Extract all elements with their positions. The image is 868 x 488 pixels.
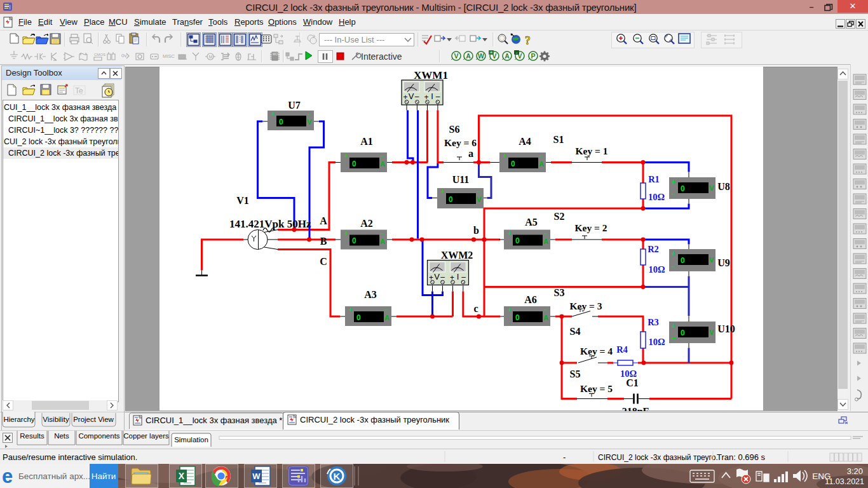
svg-text:XWM1: XWM1 — [414, 69, 448, 81]
svg-text:c: c — [473, 303, 478, 314]
svg-text:10Ω: 10Ω — [648, 264, 665, 274]
svg-text:S6: S6 — [449, 124, 460, 135]
svg-text:V: V — [434, 272, 440, 281]
svg-text:Te: Te — [75, 86, 83, 95]
svg-text:S1: S1 — [553, 134, 564, 145]
svg-text:CIRCUI_2 lock -3х фазный треуг: CIRCUI_2 lock -3х фазный треугольник — [300, 415, 449, 424]
svg-text:-: - — [516, 50, 518, 55]
svg-text:–: – — [461, 273, 466, 281]
svg-text:Key = 5: Key = 5 — [580, 383, 613, 394]
svg-text:A1: A1 — [360, 136, 373, 147]
svg-text:11.03.2021: 11.03.2021 — [825, 477, 864, 486]
svg-text:+: + — [344, 230, 348, 237]
svg-text:A4: A4 — [519, 136, 531, 147]
svg-text:+: + — [441, 188, 445, 195]
svg-text:R4: R4 — [616, 344, 628, 355]
svg-text:U8: U8 — [717, 181, 730, 192]
svg-text:S4: S4 — [570, 326, 581, 337]
svg-text:V: V — [709, 256, 714, 264]
svg-text:MISC: MISC — [163, 53, 175, 59]
svg-text:B: B — [320, 236, 327, 247]
svg-text:Key = 4: Key = 4 — [580, 346, 613, 356]
svg-text:–: – — [543, 228, 548, 238]
svg-text:+: + — [508, 230, 512, 237]
svg-text:A: A — [543, 314, 548, 322]
svg-text:A: A — [539, 160, 544, 168]
svg-text:–: – — [477, 186, 481, 196]
svg-text:K: K — [334, 471, 341, 482]
svg-text:V: V — [709, 184, 714, 192]
svg-text:U11: U11 — [452, 174, 470, 185]
svg-text:–: – — [671, 333, 675, 342]
svg-text:W: W — [252, 471, 261, 481]
svg-text:MCU: MCU — [273, 52, 280, 56]
svg-text:+: + — [508, 306, 512, 313]
svg-text:+: + — [672, 178, 675, 186]
svg-text:R1: R1 — [648, 174, 660, 184]
svg-text:–: – — [440, 273, 445, 281]
svg-text:+: + — [271, 111, 275, 118]
svg-text:S2: S2 — [554, 211, 565, 222]
svg-text:b: b — [473, 225, 479, 236]
svg-text:0: 0 — [681, 256, 685, 265]
svg-text:A: A — [384, 314, 390, 322]
svg-text:CIRCUI_1__lock 3х фазная звезд: CIRCUI_1__lock 3х фазная звезда * — [146, 416, 282, 425]
svg-text:0: 0 — [352, 159, 356, 168]
svg-text:0: 0 — [352, 236, 356, 245]
svg-text:A: A — [466, 52, 471, 60]
svg-text:141.421Vpk 50Hz: 141.421Vpk 50Hz — [229, 218, 311, 230]
svg-text:V: V — [709, 329, 714, 336]
svg-text:X: X — [179, 471, 185, 481]
svg-text:+: + — [503, 152, 507, 159]
svg-text:A6: A6 — [524, 294, 537, 305]
svg-text:Copper layers: Copper layers — [123, 432, 169, 440]
svg-text:U7: U7 — [288, 100, 301, 111]
svg-text:Key = 1: Key = 1 — [575, 146, 607, 156]
svg-text:V: V — [409, 92, 414, 101]
svg-text:C1: C1 — [626, 377, 639, 388]
svg-text:0: 0 — [515, 313, 520, 322]
svg-text:U10: U10 — [717, 323, 735, 334]
svg-text:0: 0 — [356, 313, 361, 322]
svg-text:P: P — [531, 52, 535, 60]
svg-text:C: C — [320, 256, 327, 267]
svg-text:V: V — [307, 118, 312, 126]
svg-text:Key = 2: Key = 2 — [574, 222, 607, 233]
svg-text:Results: Results — [20, 432, 44, 440]
svg-text:?: ? — [525, 34, 531, 47]
svg-text:0: 0 — [279, 118, 283, 126]
svg-text:–: – — [380, 151, 384, 160]
svg-text:0: 0 — [681, 329, 685, 337]
svg-text:I: I — [457, 272, 459, 281]
svg-text:Nets: Nets — [54, 432, 69, 440]
svg-text:–: – — [671, 261, 675, 271]
svg-text:+: + — [672, 322, 675, 330]
svg-text:10Ω: 10Ω — [648, 192, 665, 202]
svg-text:–: – — [436, 92, 440, 101]
svg-text:+: + — [672, 250, 675, 257]
svg-text:I: I — [431, 92, 433, 101]
svg-text:0: 0 — [681, 184, 685, 193]
svg-text:A2: A2 — [360, 218, 373, 229]
svg-text:R3: R3 — [648, 317, 659, 327]
svg-text:0v: 0v — [121, 53, 126, 58]
svg-text:S5: S5 — [570, 369, 581, 379]
svg-text:–: – — [384, 304, 389, 314]
svg-text:W: W — [478, 52, 484, 60]
svg-text:Key = 3: Key = 3 — [569, 301, 602, 311]
svg-text:–: – — [415, 92, 419, 101]
svg-text:Interactive: Interactive — [361, 51, 402, 62]
svg-text:10Ω: 10Ω — [648, 337, 665, 347]
svg-text:0: 0 — [511, 159, 515, 168]
svg-text:A: A — [320, 215, 327, 226]
svg-text:A: A — [505, 52, 510, 60]
svg-text:CMOS: CMOS — [94, 53, 105, 57]
svg-text:Найти: Найти — [92, 471, 116, 481]
svg-text:--- In-Use List ---: --- In-Use List --- — [324, 35, 384, 44]
svg-text:–: – — [307, 109, 311, 118]
svg-text:Key = 6: Key = 6 — [444, 137, 477, 148]
svg-text:3:20: 3:20 — [847, 466, 863, 476]
svg-text:–: – — [671, 189, 675, 198]
svg-text:–: – — [543, 304, 548, 314]
svg-text:Components: Components — [78, 432, 119, 440]
